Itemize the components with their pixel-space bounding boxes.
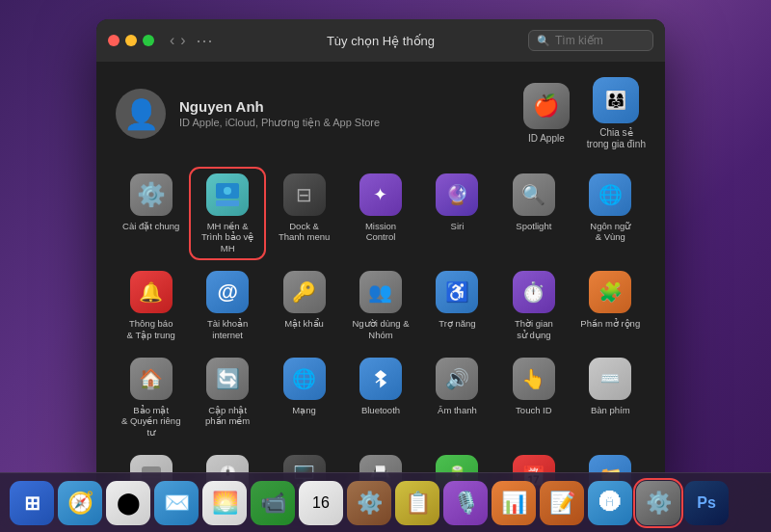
avatar[interactable]: 👤	[116, 89, 166, 139]
settings-item-access[interactable]: ♿ Trợ năng	[422, 267, 492, 344]
settings-item-notifications[interactable]: 🔔 Thông báo& Tập trung	[116, 267, 186, 344]
notifications-label: Thông báo& Tập trung	[127, 318, 175, 340]
spotlight-label: Spotlight	[516, 221, 551, 231]
avatar-icon: 👤	[123, 97, 159, 131]
search-input[interactable]	[555, 34, 645, 47]
nav-arrows: ‹ ›	[170, 32, 186, 49]
password-label: Mật khẩu	[284, 318, 324, 329]
extensions-icon: 🧩	[589, 271, 631, 313]
settings-item-keyboard[interactable]: ⌨️ Bàn phím	[575, 354, 646, 441]
security-icon: 🏠	[130, 358, 173, 400]
forward-button[interactable]: ›	[180, 32, 185, 49]
system-preferences-window: ‹ › ⋯ Tùy chọn Hệ thống 🔍 👤 Nguyen Anh I…	[96, 19, 665, 492]
search-icon: 🔍	[537, 35, 550, 47]
settings-item-general[interactable]: ⚙️ Cài đặt chung	[116, 170, 186, 257]
screentime-label: Thời giansử dụng	[515, 318, 553, 340]
mission-label: MissionControl	[365, 221, 396, 243]
desktop-label: MH nền &Trình bảo vệ MH	[196, 221, 258, 253]
dock-item-chrome[interactable]: ⬤	[106, 481, 150, 525]
touchid-label: Touch ID	[516, 405, 552, 415]
touchid-icon: 👆	[513, 358, 555, 400]
user-subtitle: ID Apple, iCloud, Phương tiện & App Stor…	[179, 117, 523, 129]
settings-item-dock[interactable]: ⊟ Dock &Thanh menu	[269, 170, 339, 257]
minimize-button[interactable]	[125, 35, 137, 46]
internet-label: Tài khoảninternet	[207, 318, 248, 340]
close-button[interactable]	[108, 35, 120, 46]
content-area: 👤 Nguyen Anh ID Apple, iCloud, Phương ti…	[96, 62, 665, 492]
language-icon: 🌐	[589, 173, 631, 216]
dock-item-keynote[interactable]: 📊	[492, 481, 536, 525]
desktop-icon	[206, 173, 249, 216]
settings-item-network[interactable]: 🌐 Mạng	[269, 354, 339, 441]
sound-label: Âm thanh	[438, 405, 477, 415]
settings-item-touchid[interactable]: 👆 Touch ID	[498, 354, 569, 441]
desktop: ‹ › ⋯ Tùy chọn Hệ thống 🔍 👤 Nguyen Anh I…	[0, 0, 771, 532]
user-name: Nguyen Anh	[179, 98, 523, 115]
settings-item-updates[interactable]: 🔄 Cập nhậtphần mềm	[192, 354, 262, 441]
settings-item-spotlight[interactable]: 🔍 Spotlight	[498, 170, 569, 257]
siri-icon: 🔮	[436, 173, 478, 216]
dock-item-pages[interactable]: 📝	[540, 481, 584, 525]
updates-label: Cập nhậtphần mềm	[205, 405, 250, 427]
dock-item-sysprefs[interactable]: ⚙️	[636, 481, 680, 525]
siri-label: Siri	[451, 221, 465, 231]
titlebar: ‹ › ⋯ Tùy chọn Hệ thống 🔍	[96, 19, 665, 62]
network-icon: 🌐	[283, 358, 326, 400]
settings-item-language[interactable]: 🌐 Ngôn ngữ& Vùng	[575, 170, 646, 257]
dock-item-facetime[interactable]: 📹	[251, 481, 295, 525]
general-label: Cài đặt chung	[122, 221, 179, 231]
users-icon: 👥	[359, 271, 402, 313]
family-share-shortcut[interactable]: 👨‍👩‍👧 Chia sẻtrong gia đình	[587, 77, 646, 150]
settings-item-extensions[interactable]: 🧩 Phần mở rộng	[575, 267, 646, 344]
dock-item-photoshop[interactable]: Ps	[684, 481, 729, 525]
general-icon: ⚙️	[130, 173, 173, 216]
bluetooth-icon	[359, 358, 402, 400]
settings-item-sound[interactable]: 🔊 Âm thanh	[422, 354, 492, 441]
family-share-label: Chia sẻtrong gia đình	[587, 127, 646, 150]
security-label: Bảo mật& Quyền riêng tư	[120, 405, 182, 438]
apple-id-label: ID Apple	[528, 133, 565, 145]
settings-item-bluetooth[interactable]: Bluetooth	[345, 354, 415, 441]
keyboard-icon: ⌨️	[589, 358, 631, 400]
mission-icon: ✦	[359, 173, 402, 216]
dock-item-notes[interactable]: 📋	[395, 481, 439, 525]
grid-view-button[interactable]: ⋯	[196, 30, 213, 51]
dock-icon: ⊟	[283, 173, 326, 216]
dock-item-launchpad[interactable]: ⊞	[10, 481, 54, 525]
settings-item-security[interactable]: 🏠 Bảo mật& Quyền riêng tư	[116, 354, 186, 441]
maximize-button[interactable]	[143, 35, 154, 46]
network-label: Mạng	[292, 405, 315, 415]
apple-id-icon: 🍎	[523, 83, 570, 129]
dock-label: Dock &Thanh menu	[279, 221, 330, 243]
user-info: Nguyen Anh ID Apple, iCloud, Phương tiện…	[179, 98, 523, 129]
settings-item-siri[interactable]: 🔮 Siri	[422, 170, 492, 257]
settings-item-screentime[interactable]: ⏱️ Thời giansử dụng	[498, 267, 569, 344]
notifications-icon: 🔔	[130, 271, 173, 313]
settings-grid: ⚙️ Cài đặt chung MH nền &Trình bảo vệ MH	[116, 170, 646, 492]
dock-item-photos[interactable]: 🌅	[202, 481, 247, 525]
users-label: Người dùng &Nhóm	[352, 318, 409, 340]
settings-item-users[interactable]: 👥 Người dùng &Nhóm	[345, 267, 415, 344]
internet-icon: @	[206, 271, 249, 313]
user-right-shortcuts: 🍎 ID Apple 👨‍👩‍👧 Chia sẻtrong gia đình	[523, 77, 646, 150]
back-button[interactable]: ‹	[170, 32, 174, 49]
svg-rect-2	[216, 200, 239, 206]
settings-item-internet[interactable]: @ Tài khoảninternet	[192, 267, 262, 344]
dock-item-podcasts[interactable]: 🎙️	[443, 481, 488, 525]
settings-item-desktop[interactable]: MH nền &Trình bảo vệ MH	[192, 170, 262, 257]
search-bar[interactable]: 🔍	[528, 30, 653, 51]
dock-item-appstore[interactable]: 🅐	[588, 481, 632, 525]
settings-item-password[interactable]: 🔑 Mật khẩu	[269, 267, 339, 344]
language-label: Ngôn ngữ& Vùng	[590, 221, 630, 243]
extensions-label: Phần mở rộng	[580, 318, 640, 329]
apple-id-shortcut[interactable]: 🍎 ID Apple	[523, 83, 570, 145]
svg-point-3	[224, 187, 231, 195]
traffic-lights	[108, 35, 154, 46]
window-title: Tùy chọn Hệ thống	[327, 34, 435, 48]
dock-item-safari[interactable]: 🧭	[58, 481, 102, 525]
dock-item-mail[interactable]: ✉️	[154, 481, 199, 525]
sound-icon: 🔊	[436, 358, 478, 400]
dock-item-calendar[interactable]: 16	[299, 481, 343, 525]
settings-item-mission[interactable]: ✦ MissionControl	[345, 170, 415, 257]
dock-item-preferences-2[interactable]: ⚙️	[347, 481, 391, 525]
